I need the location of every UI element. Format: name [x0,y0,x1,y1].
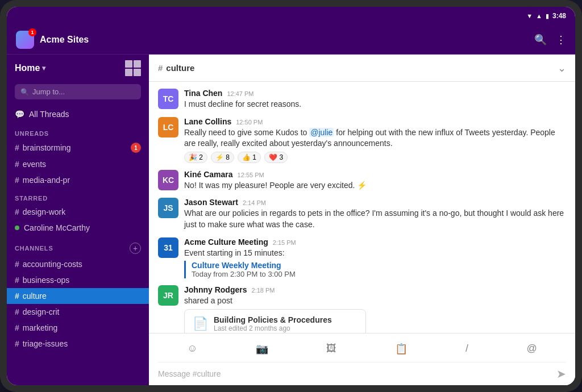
chat-input-area: ☺ 📷 🖼 📋 / @ ➤ [149,333,575,385]
camera-button[interactable]: 📷 [253,340,271,357]
hash-icon: # [15,339,19,348]
dm-name: Caroline McCarthy [24,223,90,232]
document-meta: Last edited 2 months ago [214,324,332,332]
message-body: Johnny Rodgers 2:18 PM shared a post 📄 B… [184,285,566,333]
message-time: 12:50 PM [236,119,263,126]
avatar-tina-chen: TC [158,89,178,109]
message-time: 2:15 PM [273,239,296,246]
reaction-thumbsup[interactable]: 👍 1 [238,152,261,163]
channel-item-triage-issues[interactable]: # triage-issues [7,336,149,352]
message-tina-chen: TC Tina Chen 12:47 PM I must decline for… [158,89,566,110]
avatar-lane-collins: LC [158,117,178,137]
emoji-button[interactable]: ☺ [185,340,199,357]
starred-channel-design-work[interactable]: # design-work [7,204,149,220]
reaction-party[interactable]: 🎉 2 [184,152,207,163]
hash-icon: # [15,307,19,316]
message-body: Jason Stewart 2:14 PM What are our polic… [184,198,566,230]
home-label: Home [15,63,40,73]
message-input[interactable] [158,369,552,378]
dm-item-caroline[interactable]: Caroline McCarthy [7,220,149,236]
channel-name: marketing [23,323,57,332]
shared-document[interactable]: 📄 Building Policies & Procedures Last ed… [184,309,366,333]
wifi-icon: ▼ [526,12,533,19]
message-lane-collins: LC Lane Collins 12:50 PM Really need to … [158,117,566,163]
message-kine-camara: KC Kiné Camara 12:55 PM No! It was my pl… [158,170,566,191]
channel-item-accounting-costs[interactable]: # accounting-costs [7,256,149,272]
message-calendar-event: 31 Acme Culture Meeting 2:15 PM Event st… [158,237,566,279]
sidebar-home: Home ▾ [7,55,149,82]
starred-section-label: STARRED [7,188,149,204]
sidebar: Home ▾ 🔍 [7,55,149,385]
message-time: 12:47 PM [227,90,253,97]
message-johnny-rodgers: JR Johnny Rodgers 2:18 PM shared a post … [158,285,566,333]
input-toolbar: ☺ 📷 🖼 📋 / @ [158,338,566,362]
add-channel-button[interactable]: + [130,243,141,254]
search-icon: 🔍 [20,88,29,96]
chat-header-chevron-icon[interactable]: ⌄ [558,62,566,74]
reaction-heart[interactable]: ❤️ 3 [264,152,288,163]
channel-item-events[interactable]: # events [7,156,149,172]
message-text: I must decline for secret reasons. [184,99,566,110]
hash-icon: # [15,276,19,285]
channel-item-design-crit[interactable]: # design-crit [7,304,149,320]
document-title: Building Policies & Procedures [214,315,332,324]
event-time: Today from 2:30 PM to 3:00 PM [192,270,566,278]
reaction-lightning[interactable]: ⚡ 8 [211,152,234,163]
app-icon-badge: 1 [28,28,36,36]
document-icon: 📄 [193,316,208,331]
all-threads-label: All Threads [29,110,69,119]
channels-header: CHANNELS + [7,236,149,256]
hash-icon: # [15,160,19,169]
message-body: Acme Culture Meeting 2:15 PM Event start… [184,237,566,279]
home-button[interactable]: Home ▾ [15,63,45,73]
channel-name: accounting-costs [23,260,82,269]
online-status-dot [15,226,19,230]
slash-command-button[interactable]: / [463,340,471,357]
channel-item-marketing[interactable]: # marketing [7,320,149,336]
message-author: Kiné Camara [184,170,233,179]
message-text: Really need to give some Kudos to @julie… [184,127,566,149]
image-button[interactable]: 🖼 [324,340,339,357]
channel-name: business-ops [23,276,70,285]
home-chevron-icon: ▾ [42,64,45,72]
hash-icon: # [15,176,19,185]
avatar-kine-camara: KC [158,170,178,190]
event-card[interactable]: Culture Weekly Meeting Today from 2:30 P… [184,261,566,278]
channel-name: culture [23,291,47,301]
message-author: Lane Collins [184,117,231,126]
channel-item-media-and-pr[interactable]: # media-and-pr [7,172,149,188]
hash-icon: # [15,260,19,269]
clipboard-button[interactable]: 📋 [393,340,410,357]
search-box[interactable]: 🔍 [15,84,141,99]
channel-item-brainstorming[interactable]: # brainstorming 1 [7,139,149,156]
message-jason-stewart-1: JS Jason Stewart 2:14 PM What are our po… [158,198,566,230]
top-bar: 1 Acme Sites 🔍 ⋮ [7,25,575,55]
grid-view-button[interactable] [125,60,141,76]
event-title: Culture Weekly Meeting [192,261,566,270]
hash-icon: # [15,207,19,216]
channel-header-name: culture [166,63,194,73]
message-author: Jason Stewart [184,198,238,207]
search-button[interactable]: 🔍 [534,34,547,46]
more-options-button[interactable]: ⋮ [556,34,566,46]
channel-item-business-ops[interactable]: # business-ops [7,272,149,288]
channel-name: design-crit [23,307,60,316]
hash-icon: # [15,291,19,301]
threads-icon: 💬 [15,110,24,119]
send-button[interactable]: ➤ [556,367,566,381]
avatar-johnny-rodgers: JR [158,285,178,306]
status-bar: ▼ ▲ ▮ 3:48 [7,7,575,25]
message-text: What are our policies in regards to pets… [184,208,566,230]
channel-name: triage-issues [23,339,68,348]
mention-button[interactable]: @ [524,340,539,357]
messages-area: TC Tina Chen 12:47 PM I must decline for… [149,82,575,333]
battery-icon: ▮ [546,12,549,20]
channel-item-culture[interactable]: # culture [7,288,149,304]
hash-icon: # [15,143,19,152]
channel-name: brainstorming [23,143,71,152]
chat-area: # culture ⌄ TC Tina Chen [149,55,575,385]
message-author: Tina Chen [184,89,222,98]
all-threads-item[interactable]: 💬 All Threads [7,105,149,123]
search-input[interactable] [32,87,135,96]
unreads-section-label: UNREADS [7,123,149,139]
